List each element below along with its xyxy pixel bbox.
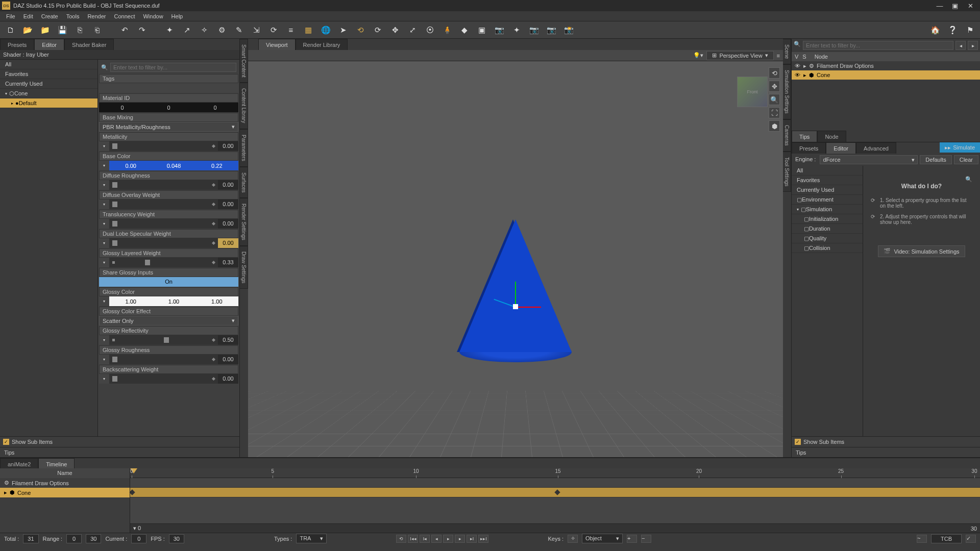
save-icon[interactable]: 💾 [56,24,68,36]
diffuse-roughness-slider[interactable]: ▾0.00 [99,180,238,190]
fps-value[interactable]: 30 [169,534,184,543]
menu-file[interactable]: File [2,11,19,21]
next-key-icon[interactable]: ▸I [467,535,477,543]
import-icon[interactable]: ⎘ [74,24,86,36]
tree-collision[interactable]: ▢ Collision [792,243,863,253]
gizmo-center-icon[interactable] [513,304,518,309]
tab-sim-editor[interactable]: Editor [826,142,856,154]
prop-glossy-roughness[interactable]: Glossy Roughness [99,345,238,355]
transform-gizmo[interactable] [490,281,541,332]
range-start[interactable]: 0 [66,534,82,543]
tool-icon[interactable]: ⚙ [215,24,228,36]
tool-icon[interactable]: ↗ [181,24,193,36]
light-icon[interactable]: 💡▾ [693,52,703,59]
export-icon[interactable]: ⎗ [91,24,103,36]
maximize-button[interactable]: ▣ [947,0,963,11]
undo-icon[interactable]: ↶ [118,24,131,36]
timeline-ruler[interactable]: 0 5 10 15 20 25 30 [130,468,980,478]
globe-icon[interactable]: 🌐 [320,24,332,36]
tips-bar-right[interactable]: Tips [792,447,980,457]
orbit-icon[interactable]: ⟲ [769,67,780,79]
tab-viewport[interactable]: Viewport [258,39,296,50]
prop-metallicity[interactable]: Metallicity [99,132,238,141]
side-tab-simulation[interactable]: Simulation Settings [783,64,791,119]
tab-node[interactable]: Node [817,131,846,142]
glossy-color-values[interactable]: ▾1.001.001.00 [99,296,238,306]
interp-icon[interactable]: ~ [917,535,927,543]
side-tab-smart-content[interactable]: Smart Content [240,39,248,83]
prop-search-input[interactable] [110,63,236,72]
glossy-effect-dropdown[interactable]: Scatter Only▾ [99,316,238,325]
view-dropdown[interactable]: ⊞Perspective View▾ [706,51,773,60]
tab-shader-baker[interactable]: Shader Baker [64,39,114,50]
keyframe-icon[interactable] [554,489,560,495]
defaults-button[interactable]: Defaults [920,155,951,164]
prop-glossy-color[interactable]: Glossy Color [99,287,238,296]
prop-material-id[interactable]: Material ID [99,93,238,103]
tool-icon[interactable]: ⟳ [267,24,280,36]
render-icon[interactable]: 📷 [545,24,557,36]
snapshot-icon[interactable]: 📸 [562,24,575,36]
play-icon[interactable]: ▸ [443,535,453,543]
prop-glossy-reflectivity[interactable]: Glossy Reflectivity [99,326,238,335]
search-icon[interactable]: 🔍 [965,176,972,182]
base-mixing-dropdown[interactable]: PBR Metallicity/Roughness▾ [99,122,238,132]
side-tab-draw-settings[interactable]: Draw Settings [240,246,248,289]
loop-icon[interactable]: ⟲ [396,535,406,543]
frame-icon[interactable]: ⛶ [769,107,780,118]
timeline-tracks[interactable]: 0 5 10 15 20 25 30 ▾ 0 30 [130,468,980,533]
rotate-icon[interactable]: ⟳ [372,24,384,36]
glossy-layered-slider[interactable]: ▾0.33 [99,258,238,267]
show-sub-items-row[interactable]: ✓Show Sub Items [0,436,239,447]
cat-all[interactable]: All [0,60,97,69]
prop-base-color[interactable]: Base Color [99,152,238,161]
tool-icon[interactable]: ✧ [198,24,210,36]
go-end-icon[interactable]: ▸▸I [478,535,488,543]
home-icon[interactable]: 🏠 [929,24,941,36]
tree-quality[interactable]: ▢ Quality [792,234,863,243]
glossy-reflectivity-slider[interactable]: ▾0.50 [99,335,238,345]
camera-tool-icon[interactable]: 📷 [493,24,505,36]
clear-button[interactable]: Clear [954,155,978,164]
viewport-3d[interactable]: Front ⟲ ✥ 🔍 ⛶ ⬢ [248,61,783,457]
step-fwd-icon[interactable]: ▸ [455,535,465,543]
key-tool-icon[interactable]: ✧ [568,535,578,543]
menu-edit[interactable]: Edit [19,11,37,21]
glossy-roughness-slider[interactable]: ▾0.00 [99,355,238,364]
track-cone[interactable] [130,488,980,497]
menu-help[interactable]: Help [167,11,187,21]
grid-icon[interactable]: ▦ [302,24,314,36]
tab-animate2[interactable]: aniMate2 [0,458,38,469]
video-sim-settings-button[interactable]: 🎬Video: Simulation Settings [878,245,965,257]
step-back-icon[interactable]: ◂ [431,535,442,543]
tree-environment[interactable]: ▢ Environment [792,195,863,205]
next-button[interactable]: ▸ [968,41,978,50]
viewport-menu-icon[interactable]: ≡ [777,53,780,59]
prop-diffuse-roughness[interactable]: Diffuse Roughness [99,171,238,180]
tree-all[interactable]: All [792,166,863,176]
close-button[interactable]: ✕ [963,0,978,11]
track-filament[interactable] [130,478,980,488]
scene-search-input[interactable] [803,41,953,50]
tab-tips[interactable]: Tips [792,131,817,142]
menu-connect[interactable]: Connect [110,11,139,21]
scale-icon[interactable]: ⤢ [406,24,419,36]
side-tab-parameters[interactable]: Parameters [240,129,248,167]
key-add-icon[interactable]: + [627,535,637,543]
tool-icon[interactable]: ✦ [163,24,176,36]
x-axis-icon[interactable] [516,307,541,308]
pose-icon[interactable]: 🧍 [441,24,453,36]
cat-default[interactable]: ▸● Default [0,98,97,108]
minimize-button[interactable]: — [932,0,947,11]
menu-create[interactable]: Create [37,11,62,21]
metallicity-slider[interactable]: ▾0.00 [99,141,238,151]
dual-lobe-slider[interactable]: ▾0.00 [99,238,238,248]
spot-icon[interactable]: ✦ [510,24,523,36]
side-tab-surfaces[interactable]: Surfaces [240,167,248,198]
menu-window[interactable]: Window [139,11,167,21]
tab-editor[interactable]: Editor [34,39,64,50]
cat-cone[interactable]: ▾⬡ Cone [0,89,97,98]
prop-translucency[interactable]: Translucency Weight [99,210,238,219]
tree-simulation[interactable]: ▾▢ Simulation [792,205,863,214]
translucency-slider[interactable]: ▾0.00 [99,219,238,229]
